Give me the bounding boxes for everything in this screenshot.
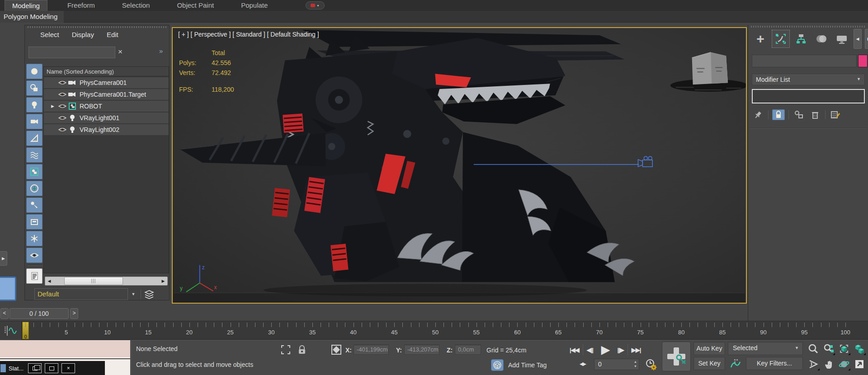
default-in-out-tangents-button[interactable] — [728, 357, 743, 370]
tab-display[interactable] — [833, 30, 850, 47]
ribbon-tab-populate[interactable]: Populate — [234, 0, 275, 11]
perspective-viewport[interactable]: z x y [ + ] [ Perspective ] [ Standard ]… — [172, 27, 747, 304]
scene-object-row[interactable]: ▶ PhysCamera001.Target — [44, 89, 169, 100]
absolute-offset-mode-icon[interactable] — [330, 344, 343, 356]
scene-object-row[interactable]: ▶ PhysCamera001 — [44, 77, 169, 88]
go-to-start-button[interactable]: |◀◀ — [566, 347, 583, 353]
modifier-list-dropdown[interactable]: Modifier List ▼ — [752, 74, 865, 85]
restore-window-button[interactable] — [45, 363, 58, 373]
zoom-extents-button[interactable] — [837, 342, 851, 356]
previous-frame-button[interactable]: ◀|| — [583, 347, 597, 353]
active-layer-field[interactable]: Default — [34, 288, 128, 300]
selection-lock-icon[interactable] — [296, 344, 308, 356]
set-keys-button[interactable] — [662, 342, 691, 371]
panel-flyout-handle[interactable]: ▶ — [0, 251, 7, 266]
scroll-left-icon[interactable]: ◀ — [45, 279, 53, 283]
go-to-end-button[interactable]: ▶▶| — [628, 347, 645, 353]
ribbon-options-button[interactable]: ▼ — [306, 1, 325, 9]
pan-hand-button[interactable] — [822, 357, 835, 371]
time-configuration-button[interactable] — [645, 358, 657, 372]
maximize-viewport-toggle[interactable] — [853, 357, 866, 371]
display-hidden-toggle[interactable] — [26, 248, 42, 263]
display-cameras-toggle[interactable] — [26, 114, 42, 129]
current-frame-field[interactable]: 0 / 100 — [9, 308, 69, 319]
set-key-button[interactable]: Set Key — [693, 357, 725, 370]
display-groups-toggle[interactable] — [26, 164, 42, 179]
close-window-button[interactable]: × — [61, 363, 75, 373]
selection-set-dropdown[interactable]: Selected ▼ — [728, 342, 803, 355]
search-input[interactable] — [28, 47, 115, 58]
tab-hierarchy[interactable] — [793, 30, 810, 47]
y-coordinate-field[interactable]: -413,207cm — [404, 345, 439, 355]
object-color-swatch[interactable] — [858, 55, 868, 67]
panel-scroll-right-button[interactable]: ▶ — [865, 29, 868, 49]
key-filters-button[interactable]: Key Filters... — [746, 357, 803, 370]
menu-display[interactable]: Display — [72, 31, 94, 38]
spinner-arrows[interactable]: ▲▼ — [634, 360, 637, 369]
display-helpers-toggle[interactable] — [26, 131, 42, 146]
menu-edit[interactable]: Edit — [107, 31, 118, 38]
timeline-ruler-scale[interactable]: 0 51015202530354045505560657075808590951… — [22, 321, 868, 339]
auto-key-button[interactable]: Auto Key — [693, 342, 725, 355]
scene-object-row[interactable]: ▶ VRayLight002 — [44, 124, 169, 135]
ribbon-tab-freeform[interactable]: Freeform — [60, 0, 102, 11]
panel-drag-handle[interactable] — [28, 26, 166, 28]
z-coordinate-field[interactable]: 0,0cm — [455, 345, 481, 355]
previous-frame-spinner[interactable]: < — [0, 308, 9, 319]
tab-motion[interactable] — [813, 30, 830, 47]
display-spacewarps-toggle[interactable] — [26, 147, 42, 163]
scrollbar-track[interactable]: ||| — [53, 277, 159, 285]
panel-drag-handle[interactable] — [751, 26, 865, 28]
next-frame-spinner[interactable]: > — [70, 308, 78, 319]
explorer-horizontal-scrollbar[interactable]: ◀ ||| ▶ — [45, 277, 168, 286]
display-geometry-toggle[interactable] — [26, 64, 42, 79]
panel-scroll-left-button[interactable]: ◀ — [854, 29, 862, 49]
visibility-eye-icon[interactable] — [57, 103, 67, 109]
display-containers-toggle[interactable] — [26, 214, 42, 230]
visibility-eye-icon[interactable] — [57, 115, 67, 121]
display-bones-toggle[interactable] — [26, 197, 42, 213]
play-button[interactable]: ▶ — [597, 343, 613, 356]
pin-stack-button[interactable] — [752, 109, 764, 120]
key-mode-toggle[interactable]: ◀▶ — [580, 361, 585, 367]
layer-dropdown-icon[interactable]: ▼ — [129, 288, 138, 300]
layer-manager-icon[interactable] — [144, 289, 155, 302]
cascade-window-button[interactable] — [28, 363, 42, 373]
tab-create[interactable]: + — [752, 30, 769, 47]
x-coordinate-field[interactable]: -401,199cm — [354, 345, 389, 355]
clear-search-icon[interactable]: × — [118, 47, 123, 56]
scene-object-row[interactable]: ▶ ROBOT — [44, 101, 169, 112]
make-unique-button[interactable] — [793, 109, 805, 120]
display-shapes-toggle[interactable] — [26, 80, 42, 96]
zoom-button[interactable] — [807, 342, 820, 356]
modifier-stack[interactable] — [752, 89, 865, 103]
object-name-field[interactable] — [752, 55, 857, 67]
visibility-eye-icon[interactable] — [57, 127, 67, 132]
column-header-name[interactable]: Name (Sorted Ascending) — [44, 67, 169, 76]
zoom-extents-all-button[interactable] — [853, 342, 866, 356]
scene-object-row[interactable]: ▶ VRayLight001 — [44, 112, 169, 123]
visibility-eye-icon[interactable] — [57, 80, 67, 85]
current-frame-spinner[interactable]: 0 ▲▼ — [594, 359, 639, 370]
remove-modifier-button[interactable] — [809, 109, 821, 120]
explorer-settings-button[interactable] — [26, 268, 42, 284]
display-frozen-toggle[interactable] — [26, 231, 42, 246]
add-time-tag-label[interactable]: Add Time Tag — [508, 361, 547, 369]
scrollbar-thumb[interactable]: ||| — [64, 277, 123, 285]
tab-modify[interactable] — [772, 30, 789, 47]
ribbon-tab-modeling[interactable]: Modeling — [5, 0, 47, 11]
ribbon-tab-object-paint[interactable]: Object Paint — [170, 0, 221, 11]
orbit-button[interactable] — [837, 357, 851, 371]
configure-modifier-sets-button[interactable] — [829, 109, 842, 120]
ribbon-tab-selection[interactable]: Selection — [115, 0, 157, 11]
add-time-tag-icon[interactable] — [491, 359, 504, 371]
display-xrefs-toggle[interactable] — [26, 181, 42, 196]
next-frame-button[interactable]: ||▶ — [613, 347, 627, 353]
scroll-right-icon[interactable]: ▶ — [159, 279, 167, 283]
expand-arrow-icon[interactable]: ▶ — [51, 104, 57, 108]
zoom-all-button[interactable] — [822, 342, 835, 356]
docked-window-chip[interactable] — [0, 277, 16, 301]
menu-select[interactable]: Select — [40, 31, 59, 38]
selection-region-icon[interactable] — [279, 344, 292, 356]
trackbar-mode-toggle[interactable] — [0, 321, 22, 340]
